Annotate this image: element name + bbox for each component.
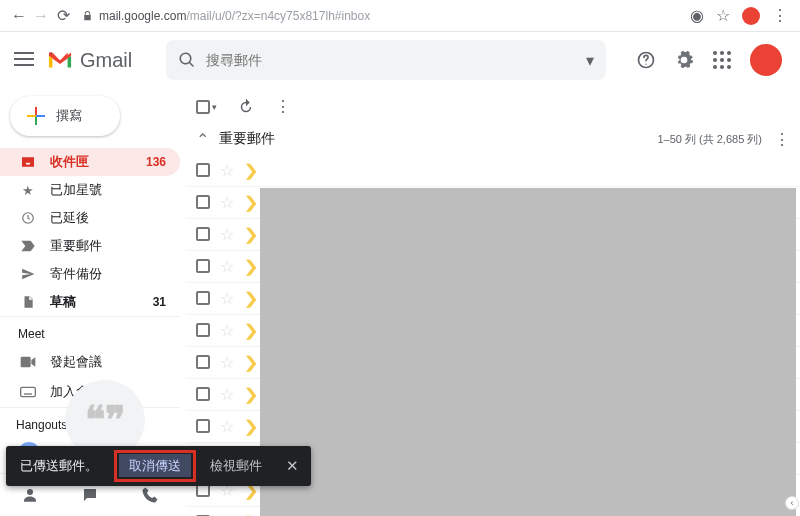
svg-rect-4 bbox=[21, 387, 36, 396]
row-important-icon[interactable]: ❯ bbox=[243, 513, 259, 516]
row-important-icon[interactable]: ❯ bbox=[243, 289, 259, 308]
row-important-icon[interactable]: ❯ bbox=[243, 417, 259, 436]
support-icon[interactable] bbox=[636, 50, 656, 70]
nav-forward-button[interactable]: → bbox=[30, 5, 52, 27]
account-avatar[interactable] bbox=[750, 44, 782, 76]
section-header: ⌃ 重要郵件 1–50 列 (共 2,685 列) ⋮ bbox=[186, 126, 800, 155]
sidebar-item-send[interactable]: 寄件備份 bbox=[0, 260, 180, 288]
settings-gear-icon[interactable] bbox=[674, 50, 694, 70]
nav-label: 草稿 bbox=[50, 293, 76, 311]
section-label: 重要郵件 bbox=[219, 130, 275, 148]
send-icon bbox=[20, 267, 36, 281]
row-important-icon[interactable]: ❯ bbox=[243, 257, 259, 276]
gmail-logo[interactable]: Gmail bbox=[46, 49, 166, 72]
row-star-icon[interactable]: ☆ bbox=[220, 321, 234, 340]
meet-section-title: Meet bbox=[0, 316, 180, 347]
compose-button[interactable]: 撰寫 bbox=[10, 96, 120, 136]
row-important-icon[interactable]: ❯ bbox=[243, 353, 259, 372]
search-bar[interactable]: ▾ bbox=[166, 40, 606, 80]
toast-close-button[interactable]: ✕ bbox=[274, 457, 311, 475]
redacted-overlay bbox=[260, 188, 796, 516]
url-host: mail.google.com bbox=[99, 9, 186, 23]
nav-label: 已加星號 bbox=[50, 181, 102, 199]
apps-grid-icon[interactable] bbox=[712, 50, 732, 70]
nav-label: 已延後 bbox=[50, 209, 89, 227]
svg-rect-3 bbox=[21, 357, 31, 368]
row-star-icon[interactable]: ☆ bbox=[220, 289, 234, 308]
row-important-icon[interactable]: ❯ bbox=[243, 385, 259, 404]
meet-item-keyboard[interactable]: 加入會議 bbox=[0, 377, 180, 407]
address-bar[interactable]: mail.google.com/mail/u/0/?zx=n4cy75x817l… bbox=[74, 9, 690, 23]
row-star-icon[interactable]: ☆ bbox=[220, 161, 234, 180]
main-menu-button[interactable] bbox=[12, 48, 36, 72]
row-star-icon[interactable]: ☆ bbox=[220, 225, 234, 244]
chrome-menu-icon[interactable]: ⋮ bbox=[772, 6, 788, 25]
chrome-profile-avatar[interactable] bbox=[742, 7, 760, 25]
refresh-button[interactable] bbox=[237, 98, 255, 116]
clock-icon bbox=[20, 211, 36, 225]
bookmark-star-icon[interactable]: ☆ bbox=[716, 6, 730, 25]
more-actions-button[interactable]: ⋮ bbox=[275, 97, 291, 116]
row-star-icon[interactable]: ☆ bbox=[220, 513, 234, 516]
row-star-icon[interactable]: ☆ bbox=[220, 385, 234, 404]
nav-back-button[interactable]: ← bbox=[8, 5, 30, 27]
row-star-icon[interactable]: ☆ bbox=[220, 193, 234, 212]
row-checkbox[interactable] bbox=[196, 387, 210, 401]
section-collapse-icon[interactable]: ⌃ bbox=[196, 130, 209, 149]
row-star-icon[interactable]: ☆ bbox=[220, 353, 234, 372]
row-important-icon[interactable]: ❯ bbox=[243, 321, 259, 340]
gmail-header: Gmail ▾ bbox=[0, 32, 800, 88]
nav-label: 收件匣 bbox=[50, 153, 89, 171]
row-star-icon[interactable]: ☆ bbox=[220, 417, 234, 436]
search-input[interactable] bbox=[206, 52, 586, 68]
browser-toolbar: ← → ⟳ mail.google.com/mail/u/0/?zx=n4cy7… bbox=[0, 0, 800, 32]
row-important-icon[interactable]: ❯ bbox=[243, 193, 259, 212]
sidebar-item-inbox[interactable]: 收件匣136 bbox=[0, 148, 180, 176]
row-important-icon[interactable]: ❯ bbox=[243, 225, 259, 244]
row-star-icon[interactable]: ☆ bbox=[220, 257, 234, 276]
undo-send-button[interactable]: 取消傳送 bbox=[119, 454, 191, 477]
compose-plus-icon bbox=[26, 106, 46, 126]
view-message-button[interactable]: 檢視郵件 bbox=[198, 457, 274, 475]
row-checkbox[interactable] bbox=[196, 355, 210, 369]
sidebar-item-clock[interactable]: 已延後 bbox=[0, 204, 180, 232]
nav-label: 重要郵件 bbox=[50, 237, 102, 255]
svg-rect-5 bbox=[24, 393, 32, 394]
search-icon bbox=[178, 51, 196, 69]
meet-item-video[interactable]: 發起會議 bbox=[0, 347, 180, 377]
row-checkbox[interactable] bbox=[196, 227, 210, 241]
keyboard-icon bbox=[20, 386, 36, 398]
nav-reload-button[interactable]: ⟳ bbox=[52, 5, 74, 27]
sidebar-item-important[interactable]: 重要郵件 bbox=[0, 232, 180, 260]
row-checkbox[interactable] bbox=[196, 419, 210, 433]
draft-icon bbox=[20, 294, 36, 310]
meet-list: 發起會議加入會議 bbox=[0, 347, 180, 407]
undo-send-toast: 已傳送郵件。 取消傳送 檢視郵件 ✕ bbox=[6, 446, 311, 486]
gmail-logo-text: Gmail bbox=[80, 49, 132, 72]
mail-toolbar: ▾ ⋮ bbox=[186, 88, 800, 126]
sidebar-item-draft[interactable]: 草稿31 bbox=[0, 288, 180, 316]
row-checkbox[interactable] bbox=[196, 291, 210, 305]
sidebar-item-star[interactable]: ★已加星號 bbox=[0, 176, 180, 204]
eye-icon[interactable]: ◉ bbox=[690, 6, 704, 25]
nav-count: 31 bbox=[153, 295, 166, 309]
row-checkbox[interactable] bbox=[196, 259, 210, 273]
row-checkbox[interactable] bbox=[196, 195, 210, 209]
lock-icon bbox=[82, 10, 93, 22]
compose-label: 撰寫 bbox=[56, 107, 82, 125]
star-icon: ★ bbox=[20, 183, 36, 198]
row-important-icon[interactable]: ❯ bbox=[243, 161, 259, 180]
hangouts-title: Hangouts bbox=[14, 414, 170, 436]
section-count: 1–50 列 (共 2,685 列) bbox=[657, 132, 762, 147]
row-checkbox[interactable] bbox=[196, 163, 210, 177]
side-panel-toggle[interactable]: ‹ bbox=[785, 496, 799, 510]
svg-point-6 bbox=[27, 489, 33, 495]
search-options-icon[interactable]: ▾ bbox=[586, 51, 594, 70]
meet-label: 發起會議 bbox=[50, 353, 102, 371]
row-checkbox[interactable] bbox=[196, 323, 210, 337]
url-path: /mail/u/0/?zx=n4cy75x817lh#inbox bbox=[186, 9, 370, 23]
important-icon bbox=[20, 240, 36, 252]
mail-row[interactable]: ☆❯ bbox=[186, 155, 800, 187]
select-all-checkbox[interactable]: ▾ bbox=[196, 100, 217, 114]
nav-count: 136 bbox=[146, 155, 166, 169]
